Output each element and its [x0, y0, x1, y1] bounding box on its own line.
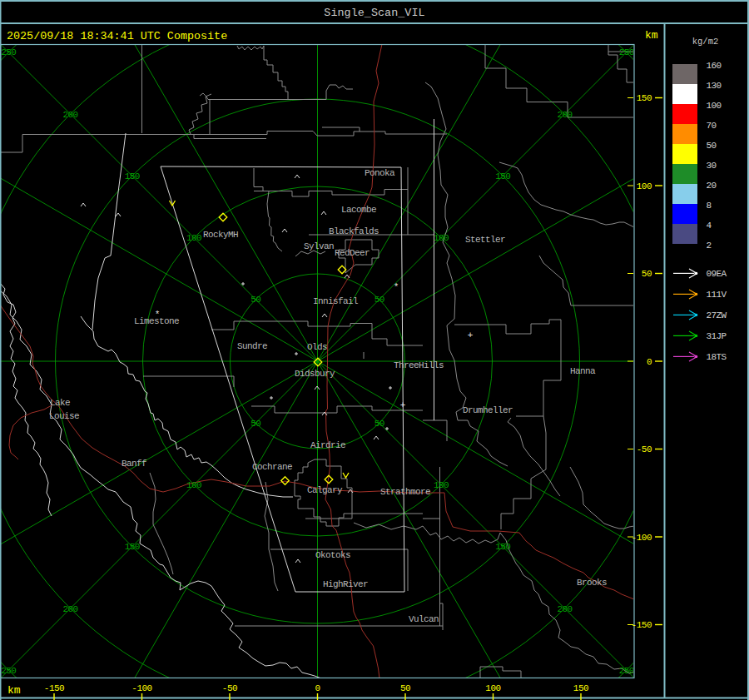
svg-text:Cochrane: Cochrane — [252, 462, 292, 472]
svg-text:-50: -50 — [637, 444, 652, 454]
svg-text:Airdrie: Airdrie — [310, 440, 345, 450]
svg-text:km: km — [645, 29, 658, 42]
svg-text:Banff: Banff — [122, 459, 146, 469]
svg-text:Olds: Olds — [307, 342, 327, 352]
svg-text:30: 30 — [707, 161, 717, 171]
svg-text:Drumheller: Drumheller — [463, 405, 513, 415]
svg-text:Didsbury: Didsbury — [295, 369, 335, 379]
svg-text:Ponoka: Ponoka — [365, 168, 395, 178]
svg-text:100: 100 — [637, 181, 652, 191]
svg-text:250: 250 — [1, 47, 16, 57]
svg-text:0: 0 — [315, 683, 320, 693]
svg-text:Sundre: Sundre — [237, 341, 267, 351]
svg-text:-100: -100 — [131, 683, 151, 693]
svg-text:100: 100 — [186, 480, 201, 490]
svg-text:-150: -150 — [632, 620, 652, 630]
svg-text:Stettler: Stettler — [465, 235, 505, 245]
svg-text:20: 20 — [707, 181, 717, 191]
svg-text:31JP: 31JP — [707, 331, 727, 341]
svg-text:200: 200 — [557, 110, 572, 120]
svg-text:Innisfail: Innisfail — [313, 296, 358, 306]
svg-text:RockyMH: RockyMH — [203, 230, 238, 240]
svg-text:Strathmore: Strathmore — [380, 487, 430, 497]
svg-text:-100: -100 — [632, 533, 652, 543]
svg-text:50: 50 — [374, 419, 384, 429]
svg-text:150: 150 — [495, 171, 510, 181]
svg-text:kg/m2: kg/m2 — [692, 37, 719, 47]
svg-text:Brooks: Brooks — [577, 578, 607, 588]
svg-text:200: 200 — [62, 110, 77, 120]
svg-text:Single_Scan_VIL: Single_Scan_VIL — [324, 7, 424, 19]
svg-text:+: + — [468, 330, 474, 340]
svg-text:*: * — [155, 310, 161, 320]
svg-text:18TS: 18TS — [707, 352, 727, 362]
svg-text:RedDeer: RedDeer — [335, 248, 370, 258]
svg-text:Sylvan: Sylvan — [304, 241, 334, 251]
svg-text:250: 250 — [619, 666, 634, 676]
svg-text:100: 100 — [707, 101, 722, 111]
svg-text:Blackfalds: Blackfalds — [329, 226, 379, 236]
svg-text:100: 100 — [186, 233, 201, 243]
svg-text:150: 150 — [573, 683, 588, 693]
svg-text:HighRiver: HighRiver — [323, 579, 368, 589]
svg-text:70: 70 — [707, 121, 717, 131]
svg-text:Okotoks: Okotoks — [315, 550, 350, 560]
svg-text:0: 0 — [647, 357, 652, 367]
svg-text:ThreeHills: ThreeHills — [394, 360, 444, 370]
svg-text:Louise: Louise — [49, 411, 79, 421]
svg-text:-150: -150 — [44, 683, 64, 693]
svg-text:50: 50 — [250, 295, 260, 305]
svg-text:Lacombe: Lacombe — [341, 205, 376, 215]
svg-text:200: 200 — [62, 604, 77, 614]
svg-text:4: 4 — [707, 221, 712, 231]
svg-text:160: 160 — [707, 61, 722, 71]
svg-text:2025/09/18 18:34:41 UTC Compos: 2025/09/18 18:34:41 UTC Composite — [7, 30, 227, 42]
svg-text:*: * — [394, 282, 399, 292]
svg-text:Lake: Lake — [50, 398, 70, 408]
svg-text:150: 150 — [125, 171, 140, 181]
svg-text:50: 50 — [642, 269, 652, 279]
svg-text:250: 250 — [619, 47, 634, 57]
svg-text:Calgary: Calgary — [307, 485, 343, 495]
svg-text:130: 130 — [707, 81, 722, 91]
svg-text:250: 250 — [1, 666, 16, 676]
svg-text:2: 2 — [707, 241, 712, 251]
svg-text:+: + — [400, 400, 406, 410]
svg-text:50: 50 — [707, 141, 717, 151]
svg-text:8: 8 — [707, 201, 712, 211]
svg-text:100: 100 — [485, 683, 500, 693]
svg-text:100: 100 — [434, 480, 449, 490]
svg-text:Vulcan: Vulcan — [409, 614, 439, 624]
svg-text:50: 50 — [250, 419, 260, 429]
svg-text:50: 50 — [374, 295, 384, 305]
svg-text:27ZW: 27ZW — [707, 310, 727, 320]
svg-text:50: 50 — [400, 683, 410, 693]
svg-text:-50: -50 — [222, 683, 237, 693]
svg-text:200: 200 — [557, 604, 572, 614]
svg-text:Hanna: Hanna — [570, 366, 596, 376]
svg-text:09EA: 09EA — [707, 269, 727, 279]
svg-text:km: km — [7, 684, 21, 697]
svg-text:150: 150 — [637, 93, 652, 103]
svg-text:150: 150 — [125, 542, 140, 552]
svg-text:111V: 111V — [707, 290, 727, 300]
svg-text:100: 100 — [434, 233, 449, 243]
svg-text:150: 150 — [495, 542, 510, 552]
